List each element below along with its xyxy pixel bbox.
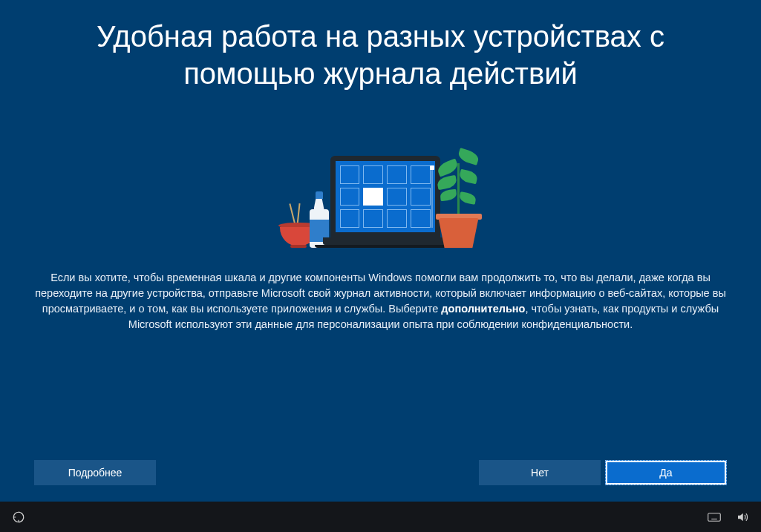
hero-illustration bbox=[277, 129, 485, 248]
description-text: Если вы хотите, чтобы временная шкала и … bbox=[32, 270, 730, 332]
no-button[interactable]: Нет bbox=[479, 460, 601, 485]
keyboard-icon[interactable] bbox=[708, 510, 721, 524]
ease-of-access-icon[interactable] bbox=[12, 510, 25, 524]
laptop-icon bbox=[323, 156, 448, 248]
volume-icon[interactable] bbox=[736, 510, 749, 524]
page-title: Удобная работа на разных устройствах с п… bbox=[47, 18, 715, 92]
taskbar bbox=[0, 502, 761, 532]
description-bold: дополнительно bbox=[441, 303, 525, 315]
yes-button[interactable]: Да bbox=[605, 460, 727, 485]
plant-icon bbox=[433, 137, 485, 248]
learn-more-button[interactable]: Подробнее bbox=[34, 460, 156, 485]
svg-rect-1 bbox=[708, 513, 721, 521]
